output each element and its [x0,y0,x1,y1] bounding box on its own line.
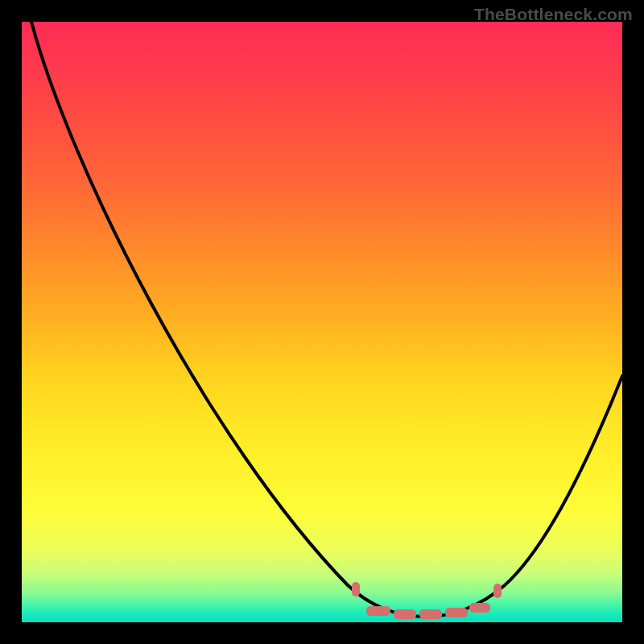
watermark-text: TheBottleneck.com [474,5,633,24]
chart-frame: TheBottleneck.com [0,0,644,644]
band-marker-4 [445,608,468,617]
curve-path [31,22,622,617]
band-marker-left [352,582,360,597]
band-marker-5 [469,603,490,613]
band-marker-right [493,584,502,598]
band-marker-3 [419,609,442,619]
band-marker-1 [366,606,390,616]
band-marker-2 [394,609,416,619]
bottleneck-curve [22,22,622,622]
plot-area [22,22,622,622]
